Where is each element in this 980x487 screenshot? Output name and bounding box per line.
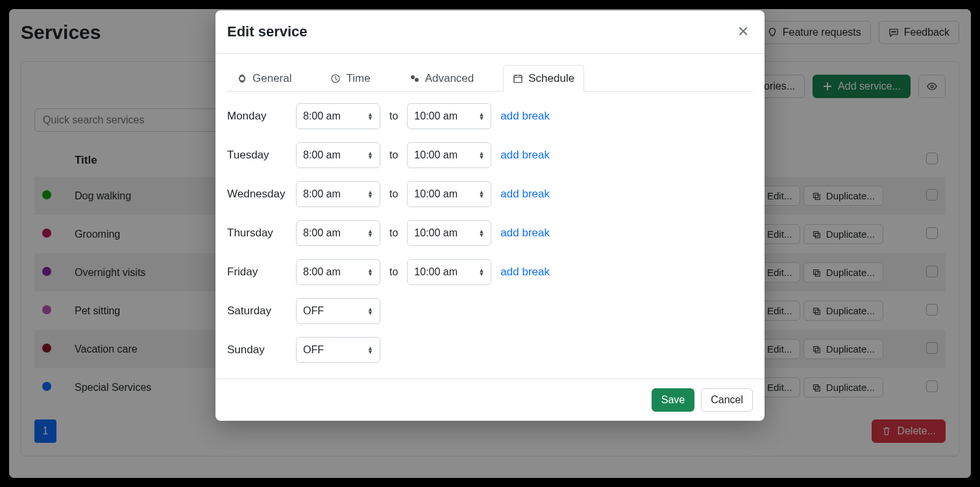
day-label: Monday bbox=[227, 110, 287, 123]
to-time-select[interactable]: 10:00 am▲▼ bbox=[407, 220, 491, 246]
schedule-row: Wednesday8:00 am▲▼to10:00 am▲▼add break bbox=[227, 181, 753, 207]
stepper-icon: ▲▼ bbox=[478, 112, 484, 120]
stepper-icon: ▲▼ bbox=[478, 268, 484, 276]
schedule-row: Friday8:00 am▲▼to10:00 am▲▼add break bbox=[227, 259, 753, 285]
schedule-row: Tuesday8:00 am▲▼to10:00 am▲▼add break bbox=[227, 142, 753, 168]
edit-service-modal: Edit service ✕ General Time Advanced Sch… bbox=[215, 10, 765, 421]
day-label: Sunday bbox=[227, 343, 287, 356]
day-label: Saturday bbox=[227, 305, 287, 318]
stepper-icon: ▲▼ bbox=[367, 190, 373, 198]
schedule-row: SaturdayOFF▲▼ bbox=[227, 298, 753, 324]
to-label: to bbox=[389, 188, 398, 200]
tab-advanced[interactable]: Advanced bbox=[400, 65, 484, 92]
to-time-select[interactable]: 10:00 am▲▼ bbox=[407, 181, 491, 207]
stepper-icon: ▲▼ bbox=[367, 229, 373, 237]
svg-rect-27 bbox=[514, 75, 522, 82]
off-select[interactable]: OFF▲▼ bbox=[296, 337, 380, 363]
from-time-select[interactable]: 8:00 am▲▼ bbox=[296, 259, 380, 285]
to-label: to bbox=[389, 110, 398, 122]
from-time-select[interactable]: 8:00 am▲▼ bbox=[296, 181, 380, 207]
stepper-icon: ▲▼ bbox=[367, 268, 373, 276]
off-select[interactable]: OFF▲▼ bbox=[296, 298, 380, 324]
gears-icon bbox=[410, 73, 420, 84]
day-label: Thursday bbox=[227, 227, 287, 240]
stepper-icon: ▲▼ bbox=[367, 307, 373, 315]
tab-time[interactable]: Time bbox=[321, 65, 380, 92]
modal-title: Edit service bbox=[227, 23, 308, 40]
schedule-row: SundayOFF▲▼ bbox=[227, 337, 753, 363]
cancel-button[interactable]: Cancel bbox=[701, 388, 753, 412]
svg-point-25 bbox=[411, 75, 415, 79]
tab-schedule[interactable]: Schedule bbox=[503, 65, 584, 92]
save-button[interactable]: Save bbox=[652, 388, 694, 412]
to-label: to bbox=[389, 266, 398, 278]
to-time-select[interactable]: 10:00 am▲▼ bbox=[407, 142, 491, 168]
to-label: to bbox=[389, 149, 398, 161]
clock-icon bbox=[330, 73, 341, 84]
day-label: Tuesday bbox=[227, 149, 287, 162]
stepper-icon: ▲▼ bbox=[478, 151, 484, 159]
stepper-icon: ▲▼ bbox=[367, 151, 373, 159]
add-break-link[interactable]: add break bbox=[500, 110, 550, 123]
stepper-icon: ▲▼ bbox=[367, 346, 373, 354]
stepper-icon: ▲▼ bbox=[478, 229, 484, 237]
svg-point-26 bbox=[415, 78, 419, 82]
to-label: to bbox=[389, 227, 398, 239]
modal-tabs: General Time Advanced Schedule bbox=[227, 64, 753, 92]
day-label: Friday bbox=[227, 266, 287, 279]
schedule-row: Monday8:00 am▲▼to10:00 am▲▼add break bbox=[227, 103, 753, 129]
tab-general[interactable]: General bbox=[227, 65, 301, 92]
calendar-icon bbox=[513, 73, 523, 84]
gear-icon bbox=[237, 73, 247, 84]
add-break-link[interactable]: add break bbox=[500, 149, 550, 162]
add-break-link[interactable]: add break bbox=[500, 188, 550, 201]
add-break-link[interactable]: add break bbox=[500, 266, 550, 279]
to-time-select[interactable]: 10:00 am▲▼ bbox=[407, 103, 491, 129]
day-label: Wednesday bbox=[227, 188, 287, 201]
schedule-row: Thursday8:00 am▲▼to10:00 am▲▼add break bbox=[227, 220, 753, 246]
to-time-select[interactable]: 10:00 am▲▼ bbox=[407, 259, 491, 285]
stepper-icon: ▲▼ bbox=[478, 190, 484, 198]
from-time-select[interactable]: 8:00 am▲▼ bbox=[296, 220, 380, 246]
from-time-select[interactable]: 8:00 am▲▼ bbox=[296, 142, 380, 168]
from-time-select[interactable]: 8:00 am▲▼ bbox=[296, 103, 380, 129]
add-break-link[interactable]: add break bbox=[500, 227, 550, 240]
close-icon[interactable]: ✕ bbox=[733, 21, 753, 43]
stepper-icon: ▲▼ bbox=[367, 112, 373, 120]
